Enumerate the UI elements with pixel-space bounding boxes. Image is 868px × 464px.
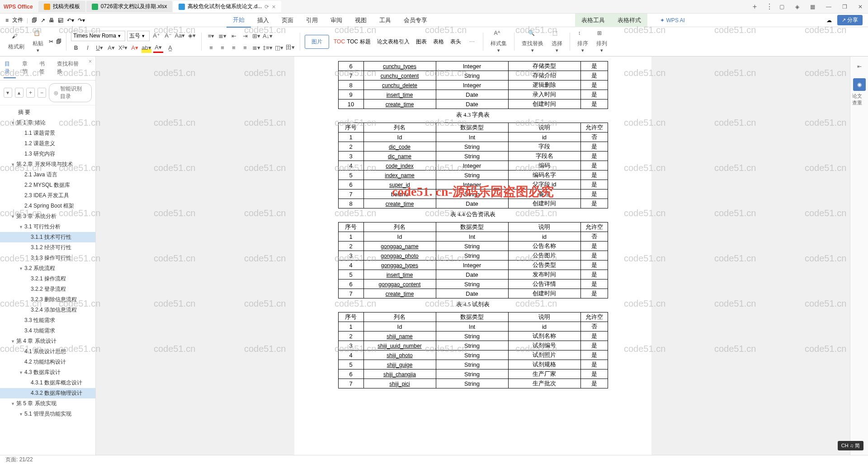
ribbon-tab[interactable]: 视图: [349, 14, 373, 27]
table-cell[interactable]: 是: [580, 62, 608, 71]
table-cell[interactable]: 是: [580, 331, 608, 341]
table-cell[interactable]: 是: [580, 180, 608, 189]
table-cell[interactable]: 2: [338, 241, 363, 251]
outline-item[interactable]: 3.4 功能需求: [0, 326, 95, 336]
header-button[interactable]: 表头: [448, 38, 463, 46]
table-cell[interactable]: Date: [436, 270, 508, 279]
table-cell[interactable]: shiji_guige: [363, 360, 436, 369]
outline-item[interactable]: 2.4 Spring Boot 框架: [0, 201, 95, 211]
maximize-icon[interactable]: ❐: [840, 3, 849, 11]
increase-font-icon[interactable]: A⁺: [151, 31, 161, 41]
highlight-icon[interactable]: ab▾: [142, 43, 151, 53]
table-cell[interactable]: Id: [363, 133, 436, 142]
table-cell[interactable]: 字段名: [508, 152, 580, 161]
outline-item[interactable]: 3.1.3 操作可行性: [0, 253, 95, 263]
table-cell[interactable]: 试剂规格: [508, 360, 580, 369]
strike-icon[interactable]: A▾: [106, 43, 116, 53]
expand-icon[interactable]: ▼: [11, 162, 16, 167]
ribbon-tab[interactable]: 审阅: [324, 14, 349, 27]
outline-item[interactable]: 1.1 课题背景: [0, 128, 95, 138]
table-cell[interactable]: gonggao_name: [363, 241, 436, 251]
table-cell[interactable]: 逻辑删除: [508, 80, 580, 90]
table-row[interactable]: 4code_indexInteger编码是: [338, 161, 608, 170]
table-cell[interactable]: Date: [436, 99, 508, 109]
table-cell[interactable]: cunchu_delete: [363, 80, 436, 90]
table-cell[interactable]: 是: [580, 241, 608, 251]
outline-item[interactable]: 3.2.4 添加信息流程: [0, 305, 95, 315]
table-row[interactable]: 1IdIntid否: [338, 232, 608, 241]
table-cell[interactable]: 是: [580, 90, 608, 99]
outline-item[interactable]: ▼第 4 章 系统设计: [0, 336, 95, 346]
outline-item[interactable]: ▼第 1 章 绪论: [0, 118, 95, 128]
table-cell[interactable]: shiji_name: [363, 331, 436, 341]
table-cell[interactable]: 是: [580, 379, 608, 388]
align-center-icon[interactable]: ≡: [217, 43, 227, 52]
wps-ai-button[interactable]: ✦ WPS AI: [660, 17, 685, 24]
table-cell[interactable]: 9: [338, 90, 363, 99]
table-row[interactable]: 3dic_nameString字段名是: [338, 152, 608, 161]
table-cell[interactable]: 是: [580, 260, 608, 270]
table-cell[interactable]: 是: [580, 341, 608, 350]
title-tab[interactable]: 0726需求文档以及排期.xlsx: [86, 1, 173, 12]
new-tab-button[interactable]: +: [748, 1, 761, 13]
expand-icon[interactable]: ▼: [19, 370, 24, 375]
table-row[interactable]: 6super_idInteger父字段 id是: [338, 180, 608, 189]
table-cell[interactable]: create_time: [363, 99, 436, 109]
nav-tab[interactable]: 书签: [38, 58, 51, 78]
table-cell[interactable]: 是: [580, 152, 608, 161]
table-cell[interactable]: 3: [338, 152, 363, 161]
underline-icon[interactable]: U▾: [94, 43, 104, 53]
table-cell[interactable]: 6: [338, 279, 363, 289]
table-row[interactable]: 6shiji_changjiaString生产厂家是: [338, 369, 608, 379]
table-43[interactable]: 序号列名数据类型说明允许空1IdIntid否2dic_codeString字段是…: [338, 123, 608, 208]
outline-item[interactable]: 3.1.2 经济可行性: [0, 242, 95, 253]
indent-inc-icon[interactable]: ⇥: [240, 31, 250, 41]
table-cell[interactable]: Int: [436, 232, 508, 241]
table-cell[interactable]: String: [436, 251, 508, 260]
expand-icon[interactable]: ▼: [19, 225, 24, 229]
table-cell[interactable]: 7: [338, 189, 363, 199]
table-row[interactable]: 6cunchu_typesInteger存储类型是: [338, 62, 608, 71]
bold-icon[interactable]: B: [71, 43, 81, 53]
nav-up-icon[interactable]: ▴: [15, 88, 24, 98]
table-cell[interactable]: 是: [580, 199, 608, 208]
font-size-select[interactable]: 五号▾: [127, 31, 150, 41]
font-color-icon[interactable]: A▾: [153, 43, 163, 53]
table-cell[interactable]: String: [436, 71, 508, 80]
outline-item[interactable]: 2.2 MYSQL 数据库: [0, 180, 95, 190]
tab-icon[interactable]: ⊞▾: [251, 31, 261, 41]
table-cell[interactable]: 是: [580, 251, 608, 260]
ribbon-tab[interactable]: 工具: [373, 14, 397, 27]
table-cell[interactable]: id: [508, 133, 580, 142]
undo-icon[interactable]: ↶▾: [67, 17, 74, 24]
table-cell[interactable]: Int: [436, 322, 508, 331]
cut-icon[interactable]: ✂: [49, 38, 53, 45]
table-cell[interactable]: 8: [338, 80, 363, 90]
table-cell[interactable]: 1: [338, 322, 363, 331]
paper-check-label[interactable]: 论文查重: [850, 91, 868, 108]
table-cell[interactable]: 4: [338, 260, 363, 270]
sort-button[interactable]: ↕排序▾: [575, 28, 591, 55]
table-row[interactable]: 1IdIntid否: [338, 322, 608, 331]
outline-item[interactable]: 4.3.1 数据库概念设计: [0, 378, 95, 388]
table-cell[interactable]: 是: [580, 350, 608, 360]
table-cell[interactable]: 编码名字: [508, 170, 580, 180]
table-cell[interactable]: 是: [580, 189, 608, 199]
title-tab[interactable]: 找稿壳模板: [38, 1, 85, 12]
table-cell[interactable]: 生产厂家: [508, 369, 580, 379]
table-cell[interactable]: 备注: [508, 189, 580, 199]
table-row[interactable]: 5index_nameString编码名字是: [338, 170, 608, 180]
outline-item[interactable]: 2.3 IDEA 开发工具: [0, 190, 95, 201]
cloud-icon[interactable]: ☁: [826, 17, 832, 24]
table-cell[interactable]: 是: [580, 270, 608, 279]
context-tab[interactable]: 表格样式: [611, 14, 647, 27]
table-cell[interactable]: 编码: [508, 161, 580, 170]
outline-item[interactable]: 4.2 功能结构设计: [0, 357, 95, 367]
table-cell[interactable]: dic_name: [363, 152, 436, 161]
table-cell[interactable]: Integer: [436, 80, 508, 90]
table-row[interactable]: 3gonggao_photoString公告图片是: [338, 251, 608, 260]
table-cell[interactable]: 10: [338, 99, 363, 109]
table-cell[interactable]: 是: [580, 289, 608, 298]
table-cell[interactable]: Int: [436, 133, 508, 142]
table-cell[interactable]: 存储介绍: [508, 71, 580, 80]
